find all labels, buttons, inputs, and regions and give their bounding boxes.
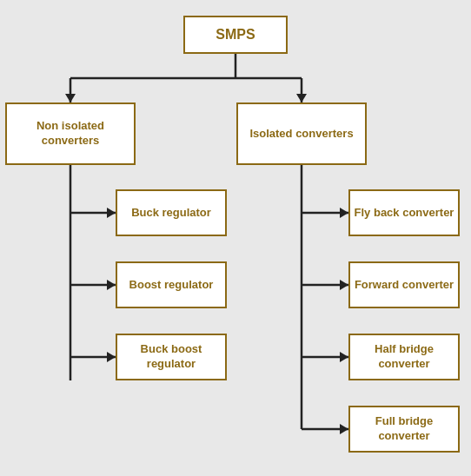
svg-marker-18 [340, 280, 348, 290]
svg-marker-22 [340, 424, 348, 434]
half-bridge-box: Half bridge converter [348, 334, 460, 380]
buck-box: Buck regulator [116, 189, 227, 236]
svg-marker-9 [107, 208, 116, 218]
svg-marker-16 [340, 208, 348, 218]
flyback-box: Fly back converter [348, 189, 460, 236]
non-isolated-box: Non isolated converters [5, 102, 136, 165]
isolated-box: Isolated converters [236, 102, 367, 165]
connector-lines [0, 0, 471, 476]
forward-box: Forward converter [348, 261, 460, 308]
svg-marker-11 [107, 280, 116, 290]
full-bridge-box: Full bridge converter [348, 406, 460, 453]
boost-box: Boost regulator [116, 261, 227, 308]
svg-marker-13 [107, 352, 116, 362]
buck-boost-box: Buck boost regulator [116, 334, 227, 380]
diagram: SMPS Non isolated converters Isolated co… [0, 0, 471, 476]
svg-marker-20 [340, 352, 348, 362]
svg-marker-6 [296, 94, 307, 102]
smps-box: SMPS [183, 16, 288, 54]
svg-marker-4 [65, 94, 76, 102]
